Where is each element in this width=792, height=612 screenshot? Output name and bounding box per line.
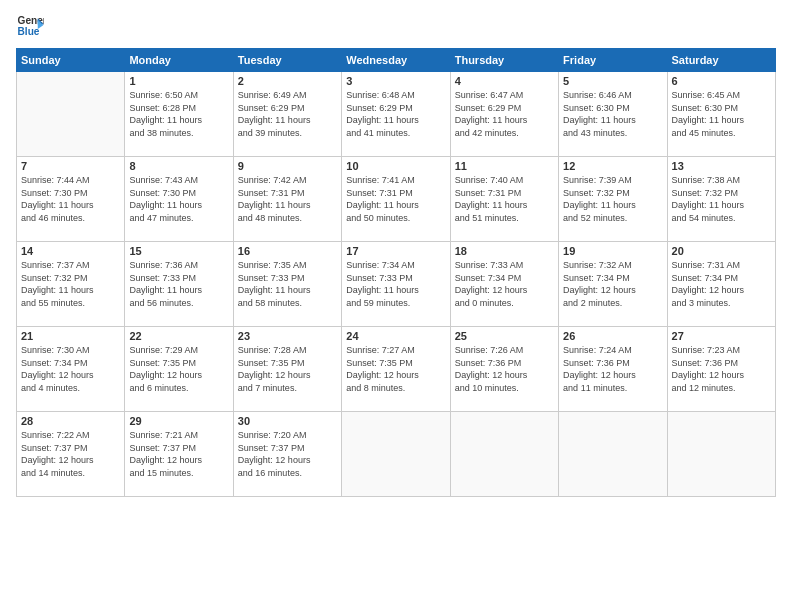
header: General Blue (16, 12, 776, 40)
day-number: 10 (346, 160, 445, 172)
day-number: 14 (21, 245, 120, 257)
calendar-cell: 27Sunrise: 7:23 AM Sunset: 7:36 PM Dayli… (667, 327, 775, 412)
calendar-cell: 25Sunrise: 7:26 AM Sunset: 7:36 PM Dayli… (450, 327, 558, 412)
logo: General Blue (16, 12, 44, 40)
day-number: 20 (672, 245, 771, 257)
day-number: 17 (346, 245, 445, 257)
calendar-week-4: 21Sunrise: 7:30 AM Sunset: 7:34 PM Dayli… (17, 327, 776, 412)
svg-text:Blue: Blue (18, 26, 40, 37)
cell-content: Sunrise: 7:21 AM Sunset: 7:37 PM Dayligh… (129, 429, 228, 479)
calendar-cell: 12Sunrise: 7:39 AM Sunset: 7:32 PM Dayli… (559, 157, 667, 242)
calendar-cell: 30Sunrise: 7:20 AM Sunset: 7:37 PM Dayli… (233, 412, 341, 497)
cell-content: Sunrise: 7:33 AM Sunset: 7:34 PM Dayligh… (455, 259, 554, 309)
calendar-week-3: 14Sunrise: 7:37 AM Sunset: 7:32 PM Dayli… (17, 242, 776, 327)
cell-content: Sunrise: 7:41 AM Sunset: 7:31 PM Dayligh… (346, 174, 445, 224)
cell-content: Sunrise: 7:27 AM Sunset: 7:35 PM Dayligh… (346, 344, 445, 394)
day-number: 11 (455, 160, 554, 172)
cell-content: Sunrise: 7:39 AM Sunset: 7:32 PM Dayligh… (563, 174, 662, 224)
page: General Blue SundayMondayTuesdayWednesda… (0, 0, 792, 612)
calendar-cell: 15Sunrise: 7:36 AM Sunset: 7:33 PM Dayli… (125, 242, 233, 327)
weekday-header-friday: Friday (559, 49, 667, 72)
calendar-cell: 6Sunrise: 6:45 AM Sunset: 6:30 PM Daylig… (667, 72, 775, 157)
day-number: 16 (238, 245, 337, 257)
calendar-week-2: 7Sunrise: 7:44 AM Sunset: 7:30 PM Daylig… (17, 157, 776, 242)
cell-content: Sunrise: 7:26 AM Sunset: 7:36 PM Dayligh… (455, 344, 554, 394)
calendar-cell: 13Sunrise: 7:38 AM Sunset: 7:32 PM Dayli… (667, 157, 775, 242)
calendar-cell (342, 412, 450, 497)
calendar-cell: 29Sunrise: 7:21 AM Sunset: 7:37 PM Dayli… (125, 412, 233, 497)
calendar-cell: 7Sunrise: 7:44 AM Sunset: 7:30 PM Daylig… (17, 157, 125, 242)
calendar-cell: 26Sunrise: 7:24 AM Sunset: 7:36 PM Dayli… (559, 327, 667, 412)
weekday-header-row: SundayMondayTuesdayWednesdayThursdayFrid… (17, 49, 776, 72)
day-number: 27 (672, 330, 771, 342)
day-number: 13 (672, 160, 771, 172)
calendar-cell: 1Sunrise: 6:50 AM Sunset: 6:28 PM Daylig… (125, 72, 233, 157)
calendar-cell: 14Sunrise: 7:37 AM Sunset: 7:32 PM Dayli… (17, 242, 125, 327)
day-number: 3 (346, 75, 445, 87)
calendar-cell: 8Sunrise: 7:43 AM Sunset: 7:30 PM Daylig… (125, 157, 233, 242)
cell-content: Sunrise: 7:40 AM Sunset: 7:31 PM Dayligh… (455, 174, 554, 224)
calendar-cell: 16Sunrise: 7:35 AM Sunset: 7:33 PM Dayli… (233, 242, 341, 327)
calendar-cell (17, 72, 125, 157)
cell-content: Sunrise: 7:36 AM Sunset: 7:33 PM Dayligh… (129, 259, 228, 309)
day-number: 12 (563, 160, 662, 172)
weekday-header-wednesday: Wednesday (342, 49, 450, 72)
calendar-cell: 5Sunrise: 6:46 AM Sunset: 6:30 PM Daylig… (559, 72, 667, 157)
cell-content: Sunrise: 7:24 AM Sunset: 7:36 PM Dayligh… (563, 344, 662, 394)
weekday-header-tuesday: Tuesday (233, 49, 341, 72)
weekday-header-saturday: Saturday (667, 49, 775, 72)
day-number: 25 (455, 330, 554, 342)
cell-content: Sunrise: 7:23 AM Sunset: 7:36 PM Dayligh… (672, 344, 771, 394)
weekday-header-thursday: Thursday (450, 49, 558, 72)
calendar-cell: 28Sunrise: 7:22 AM Sunset: 7:37 PM Dayli… (17, 412, 125, 497)
calendar-cell: 11Sunrise: 7:40 AM Sunset: 7:31 PM Dayli… (450, 157, 558, 242)
day-number: 24 (346, 330, 445, 342)
calendar-cell: 24Sunrise: 7:27 AM Sunset: 7:35 PM Dayli… (342, 327, 450, 412)
cell-content: Sunrise: 7:22 AM Sunset: 7:37 PM Dayligh… (21, 429, 120, 479)
logo-icon: General Blue (16, 12, 44, 40)
weekday-header-sunday: Sunday (17, 49, 125, 72)
day-number: 23 (238, 330, 337, 342)
cell-content: Sunrise: 7:28 AM Sunset: 7:35 PM Dayligh… (238, 344, 337, 394)
cell-content: Sunrise: 6:48 AM Sunset: 6:29 PM Dayligh… (346, 89, 445, 139)
cell-content: Sunrise: 7:20 AM Sunset: 7:37 PM Dayligh… (238, 429, 337, 479)
day-number: 1 (129, 75, 228, 87)
day-number: 29 (129, 415, 228, 427)
calendar-cell: 3Sunrise: 6:48 AM Sunset: 6:29 PM Daylig… (342, 72, 450, 157)
day-number: 5 (563, 75, 662, 87)
weekday-header-monday: Monday (125, 49, 233, 72)
cell-content: Sunrise: 6:47 AM Sunset: 6:29 PM Dayligh… (455, 89, 554, 139)
day-number: 15 (129, 245, 228, 257)
cell-content: Sunrise: 6:49 AM Sunset: 6:29 PM Dayligh… (238, 89, 337, 139)
day-number: 30 (238, 415, 337, 427)
calendar-cell: 21Sunrise: 7:30 AM Sunset: 7:34 PM Dayli… (17, 327, 125, 412)
calendar-cell (667, 412, 775, 497)
calendar-cell: 10Sunrise: 7:41 AM Sunset: 7:31 PM Dayli… (342, 157, 450, 242)
day-number: 22 (129, 330, 228, 342)
calendar-cell: 2Sunrise: 6:49 AM Sunset: 6:29 PM Daylig… (233, 72, 341, 157)
day-number: 8 (129, 160, 228, 172)
cell-content: Sunrise: 6:46 AM Sunset: 6:30 PM Dayligh… (563, 89, 662, 139)
cell-content: Sunrise: 7:38 AM Sunset: 7:32 PM Dayligh… (672, 174, 771, 224)
cell-content: Sunrise: 7:42 AM Sunset: 7:31 PM Dayligh… (238, 174, 337, 224)
cell-content: Sunrise: 7:32 AM Sunset: 7:34 PM Dayligh… (563, 259, 662, 309)
cell-content: Sunrise: 7:29 AM Sunset: 7:35 PM Dayligh… (129, 344, 228, 394)
day-number: 26 (563, 330, 662, 342)
calendar-cell (450, 412, 558, 497)
calendar-cell: 17Sunrise: 7:34 AM Sunset: 7:33 PM Dayli… (342, 242, 450, 327)
calendar-cell: 4Sunrise: 6:47 AM Sunset: 6:29 PM Daylig… (450, 72, 558, 157)
cell-content: Sunrise: 7:34 AM Sunset: 7:33 PM Dayligh… (346, 259, 445, 309)
calendar-week-5: 28Sunrise: 7:22 AM Sunset: 7:37 PM Dayli… (17, 412, 776, 497)
day-number: 6 (672, 75, 771, 87)
cell-content: Sunrise: 7:43 AM Sunset: 7:30 PM Dayligh… (129, 174, 228, 224)
calendar-cell: 20Sunrise: 7:31 AM Sunset: 7:34 PM Dayli… (667, 242, 775, 327)
day-number: 2 (238, 75, 337, 87)
cell-content: Sunrise: 7:31 AM Sunset: 7:34 PM Dayligh… (672, 259, 771, 309)
cell-content: Sunrise: 7:44 AM Sunset: 7:30 PM Dayligh… (21, 174, 120, 224)
cell-content: Sunrise: 6:45 AM Sunset: 6:30 PM Dayligh… (672, 89, 771, 139)
day-number: 21 (21, 330, 120, 342)
cell-content: Sunrise: 7:30 AM Sunset: 7:34 PM Dayligh… (21, 344, 120, 394)
calendar-cell: 22Sunrise: 7:29 AM Sunset: 7:35 PM Dayli… (125, 327, 233, 412)
calendar-cell: 19Sunrise: 7:32 AM Sunset: 7:34 PM Dayli… (559, 242, 667, 327)
calendar-cell (559, 412, 667, 497)
